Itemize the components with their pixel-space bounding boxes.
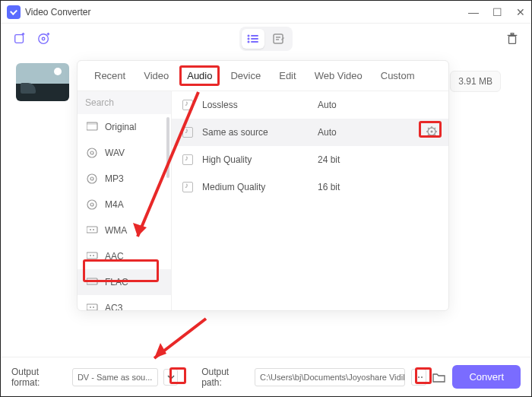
tab-audio[interactable]: Audio	[179, 65, 220, 86]
sidebar-item-label: WAV	[105, 148, 125, 158]
svg-rect-25	[87, 227, 97, 233]
quality-item-high-quality[interactable]: High Quality 24 bit	[172, 146, 448, 173]
svg-point-27	[93, 229, 94, 230]
window-title: Video Converter	[25, 7, 91, 17]
svg-rect-10	[251, 38, 258, 40]
quality-item-lossless[interactable]: Lossless Auto	[172, 91, 448, 119]
svg-point-35	[90, 306, 91, 308]
format-tabs: Recent Video Audio Device Edit Web Video…	[78, 61, 448, 91]
svg-point-32	[90, 281, 91, 282]
app-logo-icon	[7, 5, 21, 19]
svg-point-36	[93, 306, 94, 308]
sidebar-item-mp3[interactable]: MP3	[78, 166, 171, 192]
svg-rect-12	[251, 41, 258, 43]
sidebar-item-label: AC3	[105, 303, 122, 310]
audio-file-icon	[182, 154, 193, 165]
quality-item-same-as-source[interactable]: Same as source Auto	[172, 119, 448, 146]
svg-point-38	[431, 130, 433, 132]
svg-point-11	[248, 41, 250, 43]
maximize-button[interactable]: ☐	[492, 7, 502, 17]
svg-rect-34	[87, 304, 97, 310]
sidebar-item-flac[interactable]: FLAC	[78, 269, 171, 295]
quality-name: Medium Quality	[202, 182, 309, 192]
sidebar-item-label: WMA	[105, 225, 127, 236]
search-input[interactable]: Search	[78, 91, 171, 114]
sidebar-item-original[interactable]: Original	[78, 114, 171, 140]
svg-rect-14	[509, 36, 516, 43]
output-format-dropdown[interactable]	[163, 369, 178, 386]
settings-icon[interactable]	[426, 125, 438, 140]
format-icon	[87, 173, 99, 184]
convert-button[interactable]: Convert	[452, 365, 521, 389]
audio-file-icon	[182, 182, 193, 192]
svg-point-9	[248, 38, 250, 40]
tab-recent[interactable]: Recent	[87, 65, 133, 86]
sidebar-item-label: M4A	[105, 199, 124, 210]
svg-point-30	[93, 255, 94, 256]
output-path-value[interactable]: C:\Users\bj\Documents\Joyoshare Vidik	[255, 368, 405, 386]
svg-line-44	[435, 134, 436, 135]
audio-file-icon	[182, 100, 193, 110]
sidebar-item-wav[interactable]: WAV	[78, 140, 171, 166]
add-file-icon[interactable]	[13, 32, 27, 46]
quality-value: 24 bit	[318, 154, 394, 165]
sidebar-item-label: Original	[105, 122, 136, 132]
quality-list: Lossless Auto Same as source Auto High Q…	[172, 91, 448, 310]
tab-webvideo[interactable]: Web Video	[307, 65, 370, 86]
svg-rect-31	[87, 278, 97, 284]
sidebar-item-wma[interactable]: WMA	[78, 218, 171, 243]
svg-point-24	[90, 203, 93, 206]
svg-point-26	[90, 229, 91, 230]
add-disc-icon[interactable]	[37, 32, 51, 46]
format-icon	[87, 251, 99, 262]
close-button[interactable]: ✕	[516, 7, 525, 17]
quality-value: 16 bit	[318, 182, 394, 192]
svg-rect-0	[15, 35, 24, 43]
browse-button[interactable]: ⋯	[411, 369, 427, 386]
format-icon	[87, 225, 99, 236]
format-icon	[87, 303, 99, 310]
output-format-value[interactable]: DV - Same as sou...	[72, 368, 158, 386]
svg-line-45	[428, 134, 429, 135]
file-size-label: 3.91 MB	[450, 71, 501, 92]
sidebar-item-ac3[interactable]: AC3	[78, 295, 171, 310]
sidebar-item-label: MP3	[105, 173, 124, 184]
svg-point-33	[93, 281, 94, 282]
sidebar-item-aac[interactable]: AAC	[78, 243, 171, 269]
svg-point-20	[90, 151, 93, 154]
minimize-button[interactable]: —	[468, 7, 479, 17]
tab-custom[interactable]: Custom	[373, 65, 423, 86]
tab-edit[interactable]: Edit	[271, 65, 303, 86]
sidebar-item-m4a[interactable]: M4A	[78, 192, 171, 218]
edit-view-icon[interactable]	[268, 29, 290, 49]
audio-file-icon	[182, 127, 193, 138]
svg-rect-18	[87, 122, 97, 125]
svg-line-43	[428, 128, 429, 129]
sidebar-item-label: FLAC	[105, 277, 128, 287]
list-view-icon[interactable]	[242, 29, 264, 49]
quality-name: Same as source	[202, 127, 309, 138]
format-sidebar: Search Original WAV MP3 M4A WMA AAC FLAC…	[78, 91, 172, 310]
svg-rect-16	[511, 33, 514, 35]
output-format-label: Output format:	[11, 367, 66, 388]
svg-point-3	[39, 34, 49, 44]
sidebar-scrollbar[interactable]	[166, 117, 169, 178]
bottom-bar: Output format: DV - Same as sou... Outpu…	[1, 357, 531, 396]
svg-line-49	[154, 319, 206, 358]
svg-point-19	[87, 148, 97, 157]
quality-name: High Quality	[202, 154, 309, 165]
svg-rect-28	[87, 252, 97, 259]
svg-point-7	[248, 35, 250, 37]
open-folder-icon[interactable]	[432, 370, 446, 384]
svg-point-4	[42, 37, 45, 40]
svg-rect-8	[251, 35, 258, 37]
delete-icon[interactable]	[505, 32, 519, 46]
format-icon	[87, 199, 99, 210]
quality-item-medium-quality[interactable]: Medium Quality 16 bit	[172, 173, 448, 201]
tab-video[interactable]: Video	[136, 65, 176, 86]
svg-rect-13	[274, 34, 283, 43]
quality-value: Auto	[318, 127, 394, 138]
tab-device[interactable]: Device	[223, 65, 268, 86]
format-popover: Recent Video Audio Device Edit Web Video…	[77, 60, 449, 311]
video-thumbnail[interactable]	[16, 63, 69, 101]
